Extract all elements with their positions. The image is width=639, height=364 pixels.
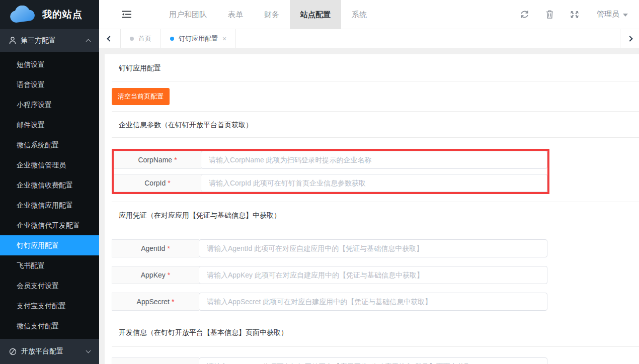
field-label: CorpId * [114,174,201,192]
form-row-appsecret: AppSecret * [112,293,547,311]
sidebar-group-label: 第三方配置 [21,36,56,45]
top-nav: 用户和团队 表单 财务 站点配置 系统 [158,0,377,29]
tab-dingtalk-config[interactable]: 钉钉应用配置 × [161,29,236,48]
trash-icon[interactable] [546,10,553,19]
field-input-wrap [199,293,547,311]
ssosecret-input[interactable] [199,358,547,364]
required-mark: * [167,244,170,252]
sidebar-group-open-platform[interactable]: 开放平台配置 [0,339,99,364]
refresh-icon[interactable] [520,10,529,19]
nav-site-config[interactable]: 站点配置 [290,0,341,29]
tabs-scroll-right-button[interactable] [620,29,639,48]
field-label-text: AgentId [141,244,165,252]
field-input-wrap [201,174,547,192]
required-mark: * [168,179,170,187]
corpname-input[interactable] [201,151,547,168]
sidebar-item-wecom-app[interactable]: 企业微信应用配置 [0,195,99,215]
open-platform-icon [9,348,17,355]
nav-finance[interactable]: 财务 [254,0,290,29]
field-label-text: AppKey [141,271,166,279]
main-area: 用户和团队 表单 财务 站点配置 系统 [99,0,639,364]
field-label: AgentId * [112,239,199,257]
sidebar-item-feishu[interactable]: 飞书配置 [0,255,99,276]
content-area: 钉钉应用配置 清空当前页配置 企业信息参数（在钉钉开放平台首页获取） CorpN… [99,48,639,364]
sidebar-item-miniprogram[interactable]: 小程序设置 [0,95,99,115]
nav-users-teams[interactable]: 用户和团队 [158,0,217,29]
appsecret-input[interactable] [199,293,547,310]
tab-label: 首页 [138,34,151,43]
field-input-wrap [199,357,547,364]
sidebar: 我的站点 第三方配置 短信设置 语音设置 小程序设置 邮件设置 微信系统配置 企… [0,0,99,364]
highlight-red-box: CorpName * CorpId * [112,149,549,194]
section-title-app-credentials: 应用凭证（在对应应用【凭证与基础信息】中获取） [112,202,639,228]
corpid-input[interactable] [201,174,547,192]
chevron-down-icon [86,348,91,353]
field-input-wrap [201,151,547,169]
top-bar-actions: 管理员 [503,10,628,19]
caret-down-icon [623,14,628,17]
form-row-appkey: AppKey * [112,266,547,284]
field-input-wrap [199,266,547,284]
nav-forms[interactable]: 表单 [217,0,254,29]
admin-user-label: 管理员 [597,10,619,19]
field-label: AppSecret * [112,293,199,311]
sidebar-item-alipay[interactable]: 支付宝支付配置 [0,296,99,316]
config-card: 钉钉应用配置 清空当前页配置 企业信息参数（在钉钉开放平台首页获取） CorpN… [105,54,639,364]
tab-bar-spacer [236,29,620,48]
field-label-text: CorpName [138,156,172,164]
tab-label: 钉钉应用配置 [179,34,218,43]
sidebar-item-wecom-charge[interactable]: 企业微信收费配置 [0,175,99,195]
top-bar: 用户和团队 表单 财务 站点配置 系统 [99,0,639,29]
chevron-left-icon [107,36,112,41]
brand-logo: 我的站点 [0,0,99,29]
close-icon[interactable]: × [222,35,226,42]
tab-bar: 首页 钉钉应用配置 × [99,29,639,48]
section-title-corp-info: 企业信息参数（在钉钉开放平台首页获取） [112,112,639,138]
required-mark: * [168,271,170,279]
tab-dot-icon [170,37,174,41]
section-corp-info-rows: CorpName * CorpId * [112,149,549,194]
tab-dot-icon [130,37,134,41]
field-label-text: AppSecret [137,298,170,306]
sidebar-item-sms[interactable]: 短信设置 [0,54,99,74]
person-icon [9,37,16,44]
sidebar-group-third-party[interactable]: 第三方配置 [0,29,99,52]
sidebar-item-voice[interactable]: 语音设置 [0,74,99,95]
field-label: SsoSecret * [112,357,199,364]
field-label-text: CorpId [144,179,166,187]
brand-title: 我的站点 [42,8,83,21]
form-row-agentid: AgentId * [112,239,547,257]
tabs-scroll-left-button[interactable] [99,29,121,48]
clear-page-config-button[interactable]: 清空当前页配置 [112,88,170,105]
sidebar-item-wechat-system[interactable]: 微信系统配置 [0,135,99,155]
section-app-credentials-rows: AgentId * AppKey * [112,239,547,311]
field-label: CorpName * [114,151,201,169]
sidebar-item-member-pay[interactable]: 会员支付设置 [0,276,99,296]
nav-system[interactable]: 系统 [341,0,377,29]
required-mark: * [174,156,177,164]
toolbar-row: 清空当前页配置 [112,81,639,112]
chevron-right-icon [627,36,632,41]
form-row-corpname: CorpName * [114,151,547,169]
section-title-dev-info: 开发信息（在钉钉开放平台【基本信息】页面中获取） [112,318,639,347]
menu-fold-icon[interactable] [122,11,131,18]
agentid-input[interactable] [199,240,547,257]
chevron-up-icon [86,39,91,44]
sidebar-item-wecom-dev[interactable]: 企业微信代开发配置 [0,215,99,235]
admin-user-menu[interactable]: 管理员 [597,10,628,19]
field-input-wrap [199,239,547,257]
fullscreen-icon[interactable] [571,11,579,19]
form-row-corpid: CorpId * [114,174,547,192]
required-mark: * [172,298,174,306]
sidebar-item-dingtalk-app[interactable]: 钉钉应用配置 [0,235,99,255]
appkey-input[interactable] [199,266,547,284]
sidebar-item-wecom-admin[interactable]: 企业微信管理员 [0,155,99,175]
section-dev-info-rows: SsoSecret * [112,357,547,364]
sidebar-item-wechat-pay[interactable]: 微信支付配置 [0,316,99,336]
tab-home[interactable]: 首页 [121,29,161,48]
form-row-ssosecret: SsoSecret * [112,357,547,364]
sidebar-group-label: 开放平台配置 [21,347,63,356]
page-title: 钉钉应用配置 [112,54,639,81]
sidebar-item-mail[interactable]: 邮件设置 [0,115,99,135]
field-label: AppKey * [112,266,199,284]
